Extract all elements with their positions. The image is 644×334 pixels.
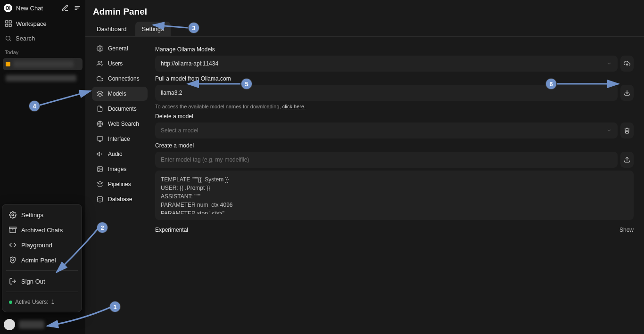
pull-hint-link[interactable]: click here. <box>282 104 306 109</box>
tab-settings[interactable]: Settings <box>135 22 171 36</box>
settings-nav-websearch[interactable]: Web Search <box>92 117 148 131</box>
upload-icon <box>624 156 630 163</box>
create-model-label: Create a model <box>155 142 634 149</box>
settings-nav-label: Documents <box>108 106 137 112</box>
create-model-input-wrap[interactable] <box>155 152 618 168</box>
database-icon <box>97 196 103 203</box>
settings-nav-label: Web Search <box>108 121 139 127</box>
layers-icon <box>97 90 103 97</box>
svg-rect-4 <box>9 21 11 23</box>
chevron-down-icon <box>606 61 612 66</box>
settings-nav-label: Users <box>108 60 123 67</box>
svg-rect-3 <box>6 21 8 23</box>
search-icon <box>5 35 12 42</box>
settings-nav-label: Interface <box>108 136 130 142</box>
pull-hint: To access the available model names for … <box>155 104 634 109</box>
pull-model-label: Pull a model from Ollama.com <box>155 75 634 82</box>
settings-nav-documents[interactable]: Documents <box>92 102 148 116</box>
popup-label: Admin Panel <box>21 257 56 264</box>
search-placeholder: Search <box>16 35 35 42</box>
popup-label: Sign Out <box>21 278 45 285</box>
username-blurred <box>19 320 44 329</box>
settings-nav-label: General <box>108 45 128 52</box>
download-icon <box>624 90 630 96</box>
modelfile-textarea-wrap[interactable] <box>155 171 634 220</box>
svg-marker-20 <box>97 181 103 184</box>
popup-label: Playground <box>21 242 52 249</box>
chat-history-item[interactable] <box>3 72 83 84</box>
settings-nav-images[interactable]: Images <box>92 162 148 176</box>
app-logo: OI <box>4 4 12 12</box>
popup-label: Archived Chats <box>21 227 63 234</box>
audio-icon <box>97 151 103 157</box>
status-dot-icon <box>9 301 12 304</box>
cloud-icon <box>97 75 103 82</box>
settings-nav-general[interactable]: General <box>92 41 148 56</box>
tabs-row: Dashboard Settings <box>85 22 644 37</box>
page-title: Admin Panel <box>93 7 636 17</box>
settings-nav-interface[interactable]: Interface <box>92 132 148 146</box>
popup-archived[interactable]: Archived Chats <box>5 222 79 237</box>
delete-model-label: Delete a model <box>155 113 634 120</box>
avatar <box>4 319 15 330</box>
gear-icon <box>97 45 103 52</box>
svg-point-24 <box>12 214 14 216</box>
popup-playground[interactable]: Playground <box>5 237 79 253</box>
trash-icon <box>624 127 630 134</box>
popup-divider <box>6 270 78 271</box>
create-model-input[interactable] <box>161 156 612 163</box>
tab-dashboard[interactable]: Dashboard <box>90 22 133 36</box>
settings-nav-label: Pipelines <box>108 181 131 187</box>
svg-marker-17 <box>97 152 99 156</box>
popup-admin-panel[interactable]: Admin Panel <box>5 253 79 268</box>
settings-nav-pipelines[interactable]: Pipelines <box>92 177 148 191</box>
archive-icon <box>9 226 17 234</box>
monitor-icon <box>97 136 103 142</box>
download-button[interactable] <box>620 85 634 101</box>
modelfile-textarea[interactable] <box>161 175 628 214</box>
workspace-nav[interactable]: Workspace <box>3 17 83 30</box>
popup-signout[interactable]: Sign Out <box>5 274 79 289</box>
active-users-label: Active Users: <box>15 299 49 305</box>
svg-point-7 <box>6 36 10 41</box>
upload-button[interactable] <box>620 152 634 168</box>
svg-point-10 <box>98 61 100 64</box>
new-chat-button[interactable]: New Chat <box>16 5 57 12</box>
code-icon <box>9 241 17 249</box>
delete-model-select[interactable] <box>155 122 618 138</box>
settings-nav-database[interactable]: Database <box>92 192 148 206</box>
popup-settings[interactable]: Settings <box>5 207 79 222</box>
settings-nav-models[interactable]: Models <box>92 87 148 101</box>
pull-model-input-wrap[interactable] <box>155 85 618 101</box>
chat-history-item[interactable] <box>3 58 83 70</box>
pull-model-input[interactable] <box>161 90 612 96</box>
svg-point-21 <box>98 196 103 198</box>
settings-nav-users[interactable]: Users <box>92 57 148 71</box>
settings-nav-connections[interactable]: Connections <box>92 72 148 86</box>
user-footer[interactable] <box>4 319 44 330</box>
delete-model-placeholder[interactable] <box>161 127 606 134</box>
pipelines-icon <box>97 181 103 187</box>
settings-nav-label: Connections <box>108 75 140 82</box>
endpoint-input[interactable] <box>161 60 606 67</box>
delete-button[interactable] <box>620 122 634 138</box>
pull-hint-text: To access the available model names for … <box>155 104 282 109</box>
popup-active-users: Active Users: 1 <box>5 295 79 309</box>
user-popup-menu: Settings Archived Chats Playground Admin… <box>2 204 82 312</box>
cloud-upload-icon <box>624 60 630 67</box>
settings-nav-audio[interactable]: Audio <box>92 147 148 161</box>
search-input[interactable]: Search <box>3 32 83 45</box>
menu-icon[interactable] <box>73 4 82 12</box>
chevron-down-icon <box>606 128 612 133</box>
endpoint-select[interactable] <box>155 56 618 72</box>
edit-icon[interactable] <box>61 4 69 12</box>
main-panel: Admin Panel Dashboard Settings General U… <box>85 0 644 334</box>
svg-rect-5 <box>9 24 11 26</box>
upload-to-cloud-button[interactable] <box>620 56 634 72</box>
svg-line-8 <box>9 40 11 41</box>
svg-rect-14 <box>97 137 103 140</box>
shield-icon <box>9 256 17 264</box>
globe-icon <box>97 121 103 127</box>
experimental-show-toggle[interactable]: Show <box>619 227 634 233</box>
image-icon <box>97 166 103 172</box>
